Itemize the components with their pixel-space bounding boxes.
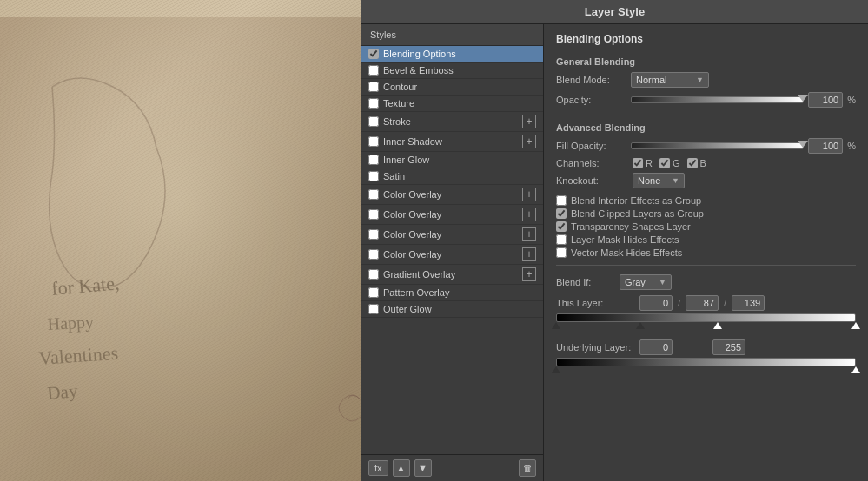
- this-layer-right2-input[interactable]: [732, 295, 765, 311]
- style-checkbox-satin[interactable]: [368, 171, 379, 181]
- style-checkbox-stroke[interactable]: [368, 116, 379, 127]
- style-item-gradient-overlay[interactable]: Gradient Overlay+: [361, 265, 543, 285]
- style-item-blending-options[interactable]: Blending Options: [361, 46, 543, 63]
- blend-mode-dropdown[interactable]: Normal ▼: [631, 72, 709, 88]
- sketch-art: for Kate, Happy Valentines Day: [0, 17, 361, 481]
- blend-interior-checkbox[interactable]: [556, 195, 567, 206]
- style-add-color-overlay-3[interactable]: +: [522, 227, 536, 241]
- style-checkbox-color-overlay-3[interactable]: [368, 229, 379, 240]
- style-item-satin[interactable]: Satin: [361, 168, 543, 185]
- style-checkbox-inner-shadow[interactable]: [368, 136, 379, 147]
- channel-g: G: [659, 158, 680, 168]
- style-item-color-overlay-4[interactable]: Color Overlay+: [361, 245, 543, 265]
- opacity-slider[interactable]: [631, 96, 804, 103]
- opacity-input[interactable]: [808, 92, 843, 108]
- channel-r-checkbox[interactable]: [633, 158, 643, 168]
- style-label-color-overlay-1: Color Overlay: [383, 189, 520, 200]
- underlying-layer-slider[interactable]: [556, 358, 856, 366]
- fill-opacity-thumb[interactable]: [798, 141, 808, 148]
- this-layer-slider[interactable]: [556, 313, 856, 322]
- panel-title-text: Layer Style: [585, 5, 645, 18]
- channel-b-checkbox[interactable]: [687, 158, 698, 168]
- style-item-inner-shadow[interactable]: Inner Shadow+: [361, 132, 543, 152]
- style-item-outer-glow[interactable]: Outer Glow: [361, 301, 543, 318]
- style-item-stroke[interactable]: Stroke+: [361, 112, 543, 132]
- style-item-pattern-overlay[interactable]: Pattern Overlay: [361, 285, 543, 301]
- this-layer-thumbs: [556, 322, 856, 331]
- knockout-label: Knockout:: [556, 175, 626, 186]
- style-item-color-overlay-2[interactable]: Color Overlay+: [361, 205, 543, 225]
- style-add-inner-shadow[interactable]: +: [522, 135, 536, 148]
- style-label-color-overlay-4: Color Overlay: [383, 249, 520, 260]
- canvas: for Kate, Happy Valentines Day: [0, 0, 361, 481]
- options-title-text: Blending Options: [556, 33, 643, 45]
- style-checkbox-color-overlay-4[interactable]: [368, 249, 379, 260]
- this-layer-thumb-white-right[interactable]: [851, 322, 860, 329]
- style-add-gradient-overlay[interactable]: +: [522, 267, 536, 281]
- style-item-inner-glow[interactable]: Inner Glow: [361, 152, 543, 168]
- this-layer-slash: /: [678, 298, 680, 308]
- this-layer-slash2: /: [724, 298, 726, 308]
- advanced-blending-label: Advanced Blending: [556, 122, 646, 133]
- underlying-thumb-white-right[interactable]: [851, 366, 860, 373]
- style-item-contour[interactable]: Contour: [361, 79, 543, 96]
- style-item-texture[interactable]: Texture: [361, 96, 543, 112]
- this-layer-left-input[interactable]: [639, 295, 673, 311]
- this-layer-label: This Layer:: [556, 298, 634, 308]
- knockout-row: Knockout: None ▼: [556, 173, 856, 188]
- underlying-thumb-dark-left[interactable]: [552, 366, 560, 373]
- style-checkbox-color-overlay-1[interactable]: [368, 189, 379, 200]
- blend-clipped-checkbox[interactable]: [556, 208, 567, 219]
- vector-mask-hides-checkbox[interactable]: [556, 247, 567, 258]
- style-checkbox-color-overlay-2[interactable]: [368, 209, 379, 220]
- style-checkbox-gradient-overlay[interactable]: [368, 269, 379, 280]
- style-checkbox-inner-glow[interactable]: [368, 155, 379, 165]
- underlying-layer-slider-container: [556, 358, 856, 375]
- this-layer-thumb-dark-left[interactable]: [552, 322, 560, 329]
- layer-mask-hides-checkbox[interactable]: [556, 234, 567, 245]
- style-checkbox-texture[interactable]: [368, 98, 379, 109]
- channel-b-label: B: [700, 158, 706, 168]
- fill-opacity-slider[interactable]: [631, 142, 804, 149]
- underlying-layer-thumbs: [556, 366, 856, 375]
- transparency-shapes-label: Transparency Shapes Layer: [571, 221, 691, 232]
- fill-opacity-input[interactable]: [808, 138, 843, 154]
- style-add-color-overlay-4[interactable]: +: [522, 247, 536, 261]
- blend-if-section: Blend If: Gray ▼ This Layer: / /: [556, 274, 856, 375]
- styles-header: Styles: [361, 24, 543, 46]
- style-add-color-overlay-2[interactable]: +: [522, 208, 536, 221]
- image-area: -20 0 20 0 20 40 60 80 100 120 140 160 1…: [0, 0, 361, 481]
- style-label-stroke: Stroke: [383, 116, 520, 127]
- style-item-bevel-emboss[interactable]: Bevel & Emboss: [361, 63, 543, 79]
- move-up-button[interactable]: ▲: [393, 459, 410, 477]
- style-add-color-overlay-1[interactable]: +: [522, 188, 536, 201]
- style-item-color-overlay-3[interactable]: Color Overlay+: [361, 225, 543, 245]
- style-checkbox-pattern-overlay[interactable]: [368, 287, 379, 298]
- panel-title: Layer Style: [361, 0, 868, 24]
- style-add-stroke[interactable]: +: [522, 115, 536, 128]
- blend-if-dropdown[interactable]: Gray ▼: [620, 274, 672, 290]
- style-label-color-overlay-2: Color Overlay: [383, 209, 520, 220]
- vector-mask-hides-label: Vector Mask Hides Effects: [571, 247, 682, 258]
- style-checkbox-blending-options[interactable]: [368, 49, 379, 59]
- knockout-dropdown[interactable]: None ▼: [633, 173, 685, 188]
- style-label-outer-glow: Outer Glow: [383, 304, 536, 314]
- style-checkbox-outer-glow[interactable]: [368, 304, 379, 314]
- this-layer-thumb-dark-right[interactable]: [636, 322, 645, 329]
- this-layer-thumb-white-left[interactable]: [713, 322, 722, 329]
- style-label-blending-options: Blending Options: [383, 49, 536, 59]
- styles-items-list[interactable]: Blending OptionsBevel & EmbossContourTex…: [361, 46, 543, 454]
- fx-button[interactable]: fx: [368, 460, 388, 476]
- underlying-layer-right-input[interactable]: [712, 339, 745, 355]
- style-checkbox-contour[interactable]: [368, 82, 379, 92]
- underlying-layer-left-input[interactable]: [639, 339, 673, 355]
- move-down-button[interactable]: ▼: [414, 459, 432, 477]
- delete-button[interactable]: 🗑: [519, 459, 536, 477]
- this-layer-right-input[interactable]: [686, 295, 719, 311]
- checkbox-blend-interior: Blend Interior Effects as Group: [556, 195, 856, 206]
- transparency-shapes-checkbox[interactable]: [556, 221, 567, 232]
- style-item-color-overlay-1[interactable]: Color Overlay+: [361, 185, 543, 205]
- style-checkbox-bevel-emboss[interactable]: [368, 65, 379, 76]
- channel-g-checkbox[interactable]: [659, 158, 670, 168]
- opacity-slider-thumb[interactable]: [798, 95, 808, 102]
